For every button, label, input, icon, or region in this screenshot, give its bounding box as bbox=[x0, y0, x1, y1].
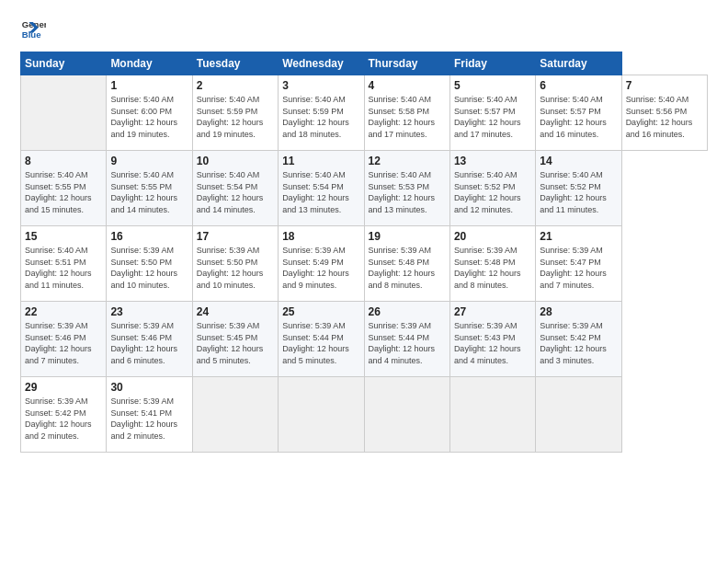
day-number: 2 bbox=[197, 79, 274, 92]
calendar-day-cell: 22Sunrise: 5:39 AMSunset: 5:46 PMDayligh… bbox=[21, 302, 107, 377]
calendar-day-cell: 23Sunrise: 5:39 AMSunset: 5:46 PMDayligh… bbox=[107, 302, 192, 377]
day-number: 6 bbox=[540, 79, 617, 92]
day-info: Sunrise: 5:39 AMSunset: 5:47 PMDaylight:… bbox=[540, 246, 607, 290]
day-info: Sunrise: 5:40 AMSunset: 5:59 PMDaylight:… bbox=[197, 95, 264, 139]
day-number: 7 bbox=[626, 79, 703, 92]
day-info: Sunrise: 5:40 AMSunset: 5:52 PMDaylight:… bbox=[454, 170, 521, 214]
day-number: 21 bbox=[540, 230, 617, 243]
day-number: 23 bbox=[110, 305, 188, 318]
calendar-day-cell: 27Sunrise: 5:39 AMSunset: 5:43 PMDayligh… bbox=[449, 302, 535, 377]
day-number: 19 bbox=[369, 230, 446, 243]
calendar-day-cell: 14Sunrise: 5:40 AMSunset: 5:52 PMDayligh… bbox=[536, 151, 621, 226]
calendar-day-cell: 24Sunrise: 5:39 AMSunset: 5:45 PMDayligh… bbox=[192, 302, 278, 377]
calendar-table: SundayMondayTuesdayWednesdayThursdayFrid… bbox=[20, 52, 708, 453]
day-info: Sunrise: 5:40 AMSunset: 5:59 PMDaylight:… bbox=[282, 95, 349, 139]
day-info: Sunrise: 5:40 AMSunset: 5:54 PMDaylight:… bbox=[282, 170, 349, 214]
day-number: 24 bbox=[197, 305, 274, 318]
calendar-week-row: 8Sunrise: 5:40 AMSunset: 5:55 PMDaylight… bbox=[21, 151, 708, 226]
day-number: 11 bbox=[282, 155, 359, 167]
day-number: 30 bbox=[110, 381, 188, 394]
calendar-day-cell bbox=[449, 377, 535, 453]
day-number: 17 bbox=[197, 230, 274, 243]
day-number: 12 bbox=[369, 155, 446, 167]
calendar-day-cell: 13Sunrise: 5:40 AMSunset: 5:52 PMDayligh… bbox=[449, 151, 535, 226]
calendar-day-cell: 1Sunrise: 5:40 AMSunset: 6:00 PMDaylight… bbox=[107, 75, 192, 151]
day-info: Sunrise: 5:40 AMSunset: 5:55 PMDaylight:… bbox=[25, 170, 92, 214]
calendar-day-cell: 2Sunrise: 5:40 AMSunset: 5:59 PMDaylight… bbox=[192, 75, 278, 151]
calendar-day-cell: 16Sunrise: 5:39 AMSunset: 5:50 PMDayligh… bbox=[107, 226, 192, 302]
day-info: Sunrise: 5:39 AMSunset: 5:42 PMDaylight:… bbox=[25, 396, 92, 441]
calendar-day-cell bbox=[192, 377, 278, 453]
day-info: Sunrise: 5:39 AMSunset: 5:44 PMDaylight:… bbox=[282, 321, 349, 365]
day-info: Sunrise: 5:39 AMSunset: 5:45 PMDaylight:… bbox=[197, 321, 264, 365]
day-number: 16 bbox=[110, 230, 188, 243]
day-info: Sunrise: 5:40 AMSunset: 5:58 PMDaylight:… bbox=[369, 95, 436, 139]
calendar-week-row: 15Sunrise: 5:40 AMSunset: 5:51 PMDayligh… bbox=[21, 226, 708, 302]
calendar-day-cell: 8Sunrise: 5:40 AMSunset: 5:55 PMDaylight… bbox=[21, 151, 107, 226]
calendar-day-cell: 30Sunrise: 5:39 AMSunset: 5:41 PMDayligh… bbox=[107, 377, 192, 453]
calendar-day-cell: 29Sunrise: 5:39 AMSunset: 5:42 PMDayligh… bbox=[21, 377, 107, 453]
day-number: 9 bbox=[110, 155, 188, 167]
weekday-header-cell: Wednesday bbox=[279, 52, 364, 75]
day-info: Sunrise: 5:39 AMSunset: 5:50 PMDaylight:… bbox=[110, 246, 177, 290]
day-info: Sunrise: 5:39 AMSunset: 5:43 PMDaylight:… bbox=[454, 321, 521, 365]
day-number: 13 bbox=[454, 155, 531, 167]
day-info: Sunrise: 5:39 AMSunset: 5:42 PMDaylight:… bbox=[540, 321, 607, 365]
day-number: 1 bbox=[110, 79, 188, 92]
weekday-header-row: SundayMondayTuesdayWednesdayThursdayFrid… bbox=[21, 52, 708, 75]
weekday-header-cell: Friday bbox=[449, 52, 535, 75]
day-info: Sunrise: 5:40 AMSunset: 5:57 PMDaylight:… bbox=[454, 95, 521, 139]
day-number: 27 bbox=[454, 305, 531, 318]
weekday-header-cell: Thursday bbox=[364, 52, 449, 75]
day-number: 3 bbox=[282, 79, 359, 92]
day-number: 29 bbox=[25, 381, 102, 394]
calendar-day-cell: 4Sunrise: 5:40 AMSunset: 5:58 PMDaylight… bbox=[364, 75, 449, 151]
calendar-day-cell: 21Sunrise: 5:39 AMSunset: 5:47 PMDayligh… bbox=[536, 226, 621, 302]
logo-icon: General Blue bbox=[20, 17, 46, 42]
day-info: Sunrise: 5:40 AMSunset: 5:54 PMDaylight:… bbox=[197, 170, 264, 214]
calendar-day-cell: 15Sunrise: 5:40 AMSunset: 5:51 PMDayligh… bbox=[21, 226, 107, 302]
day-number: 26 bbox=[369, 305, 446, 318]
page: General Blue SundayMondayTuesdayWednesda… bbox=[0, 0, 728, 563]
day-number: 25 bbox=[282, 305, 359, 318]
calendar-week-row: 1Sunrise: 5:40 AMSunset: 6:00 PMDaylight… bbox=[21, 75, 708, 151]
day-number: 10 bbox=[197, 155, 274, 167]
day-info: Sunrise: 5:39 AMSunset: 5:50 PMDaylight:… bbox=[197, 246, 264, 290]
calendar-day-cell: 11Sunrise: 5:40 AMSunset: 5:54 PMDayligh… bbox=[279, 151, 364, 226]
day-number: 28 bbox=[540, 305, 617, 318]
day-number: 8 bbox=[25, 155, 102, 167]
day-number: 20 bbox=[454, 230, 531, 243]
calendar-day-cell: 3Sunrise: 5:40 AMSunset: 5:59 PMDaylight… bbox=[279, 75, 364, 151]
day-number: 15 bbox=[25, 230, 102, 243]
logo: General Blue bbox=[20, 17, 46, 42]
calendar-week-row: 29Sunrise: 5:39 AMSunset: 5:42 PMDayligh… bbox=[21, 377, 708, 453]
calendar-body: 1Sunrise: 5:40 AMSunset: 6:00 PMDaylight… bbox=[21, 75, 708, 453]
calendar-day-cell: 12Sunrise: 5:40 AMSunset: 5:53 PMDayligh… bbox=[364, 151, 449, 226]
day-info: Sunrise: 5:39 AMSunset: 5:41 PMDaylight:… bbox=[110, 396, 177, 441]
calendar-day-cell: 18Sunrise: 5:39 AMSunset: 5:49 PMDayligh… bbox=[279, 226, 364, 302]
weekday-header-cell: Saturday bbox=[536, 52, 621, 75]
calendar-day-cell bbox=[364, 377, 449, 453]
calendar-day-cell: 19Sunrise: 5:39 AMSunset: 5:48 PMDayligh… bbox=[364, 226, 449, 302]
weekday-header-cell: Tuesday bbox=[192, 52, 278, 75]
day-info: Sunrise: 5:40 AMSunset: 5:57 PMDaylight:… bbox=[540, 95, 607, 139]
empty-cell bbox=[21, 75, 107, 151]
calendar-day-cell: 17Sunrise: 5:39 AMSunset: 5:50 PMDayligh… bbox=[192, 226, 278, 302]
weekday-header-cell: Monday bbox=[107, 52, 192, 75]
calendar-day-cell: 26Sunrise: 5:39 AMSunset: 5:44 PMDayligh… bbox=[364, 302, 449, 377]
calendar-day-cell: 7Sunrise: 5:40 AMSunset: 5:56 PMDaylight… bbox=[621, 75, 707, 151]
calendar-day-cell bbox=[279, 377, 364, 453]
day-number: 18 bbox=[282, 230, 359, 243]
day-number: 5 bbox=[454, 79, 531, 92]
day-info: Sunrise: 5:40 AMSunset: 5:52 PMDaylight:… bbox=[540, 170, 607, 214]
day-info: Sunrise: 5:40 AMSunset: 5:55 PMDaylight:… bbox=[110, 170, 177, 214]
day-number: 22 bbox=[25, 305, 102, 318]
day-info: Sunrise: 5:39 AMSunset: 5:48 PMDaylight:… bbox=[454, 246, 521, 290]
day-info: Sunrise: 5:40 AMSunset: 6:00 PMDaylight:… bbox=[110, 95, 177, 139]
day-info: Sunrise: 5:40 AMSunset: 5:56 PMDaylight:… bbox=[626, 95, 693, 139]
calendar-day-cell: 20Sunrise: 5:39 AMSunset: 5:48 PMDayligh… bbox=[449, 226, 535, 302]
header: General Blue bbox=[20, 17, 708, 42]
calendar-day-cell: 5Sunrise: 5:40 AMSunset: 5:57 PMDaylight… bbox=[449, 75, 535, 151]
calendar-day-cell: 28Sunrise: 5:39 AMSunset: 5:42 PMDayligh… bbox=[536, 302, 621, 377]
calendar-day-cell: 6Sunrise: 5:40 AMSunset: 5:57 PMDaylight… bbox=[536, 75, 621, 151]
